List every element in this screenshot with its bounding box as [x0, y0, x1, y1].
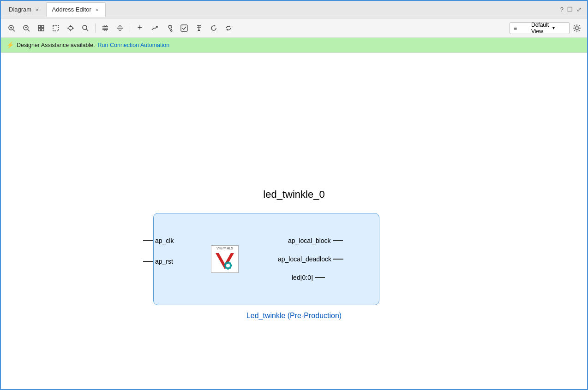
route-button[interactable]	[148, 22, 162, 35]
svg-point-17	[83, 25, 87, 30]
svg-line-18	[86, 29, 88, 31]
tab-address-editor[interactable]: Address Editor ×	[46, 2, 106, 17]
svg-rect-10	[42, 29, 44, 31]
validate-button[interactable]	[177, 22, 191, 35]
port-ap-local-block: ap_local_block	[288, 237, 343, 244]
svg-rect-8	[42, 25, 44, 28]
tab-diagram-close[interactable]: ×	[34, 6, 40, 13]
window-actions: ? ❐ ⤢	[560, 6, 585, 13]
crosshair-button[interactable]	[64, 22, 78, 35]
port-ap-clk-label: ap_clk	[153, 237, 174, 244]
diagram-canvas[interactable]: led_twinkle_0 Vitis™ HLS	[1, 53, 587, 389]
svg-rect-36	[224, 265, 226, 266]
zoom-out-icon	[23, 24, 30, 32]
crosshair-icon	[67, 24, 74, 32]
run-connection-automation-link[interactable]: Run Connection Automation	[98, 42, 170, 48]
hls-label: Vitis™ HLS	[212, 247, 237, 250]
port-ap-clk: ap_clk	[143, 237, 174, 244]
help-button[interactable]: ?	[560, 6, 564, 13]
collapse-icon	[102, 24, 109, 32]
disconnect-icon	[225, 24, 232, 32]
vitis-hls-logo	[213, 251, 236, 272]
zoom-in-button[interactable]	[5, 22, 18, 35]
svg-line-5	[28, 30, 30, 31]
tab-diagram[interactable]: Diagram ×	[3, 2, 46, 17]
svg-rect-9	[38, 29, 41, 31]
port-ap-rst: ap_rst	[143, 258, 173, 265]
port-ap-rst-line	[143, 261, 153, 262]
port-ap-local-block-label: ap_local_block	[288, 237, 333, 244]
expand-button[interactable]	[113, 22, 127, 35]
block-component[interactable]: Vitis™ HLS	[153, 213, 379, 305]
svg-point-29	[576, 27, 578, 30]
separator-1	[95, 24, 96, 33]
fit-button[interactable]	[34, 22, 48, 35]
port-ap-local-deadlock-label: ap_local_deadlock	[278, 255, 333, 263]
svg-rect-35	[228, 268, 229, 270]
pin-button[interactable]	[192, 22, 206, 35]
collapse-button[interactable]	[98, 22, 112, 35]
fit-icon	[37, 24, 45, 32]
tab-address-editor-label: Address Editor	[52, 6, 91, 13]
port-led: led[0:0]	[292, 274, 325, 281]
svg-rect-23	[181, 25, 187, 31]
tools-button[interactable]	[162, 22, 176, 35]
port-ap-local-deadlock: ap_local_deadlock	[278, 255, 343, 263]
validate-icon	[180, 24, 188, 32]
tab-diagram-label: Diagram	[9, 6, 31, 13]
main-window: Diagram × Address Editor × ? ❐ ⤢	[0, 0, 588, 390]
select-area-button[interactable]	[49, 22, 63, 35]
chevron-down-icon: ▾	[552, 25, 565, 30]
toolbar: +	[1, 18, 587, 38]
add-button[interactable]: +	[133, 22, 147, 35]
tab-bar: Diagram × Address Editor × ? ❐ ⤢	[1, 1, 587, 18]
settings-button[interactable]	[570, 22, 583, 35]
svg-rect-34	[228, 261, 229, 263]
search-icon	[82, 24, 89, 32]
pin-icon	[195, 24, 203, 32]
restore-button[interactable]: ❐	[567, 6, 573, 13]
refresh-icon	[210, 24, 217, 32]
gear-icon	[573, 24, 581, 32]
separator-2	[130, 24, 130, 33]
search-button[interactable]	[78, 22, 92, 35]
port-ap-local-deadlock-line	[333, 259, 343, 260]
svg-rect-37	[230, 265, 232, 266]
svg-rect-11	[53, 25, 59, 31]
select-area-icon	[52, 24, 60, 32]
block-name-label: led_twinkle_0	[263, 189, 324, 201]
block-subtitle-label[interactable]: Led_twinkle (Pre-Production)	[246, 312, 342, 320]
hls-icon-block: Vitis™ HLS	[211, 245, 239, 273]
svg-point-12	[69, 26, 72, 30]
designer-assistance-banner: ⚡ Designer Assistance available. Run Con…	[1, 38, 587, 53]
svg-point-33	[226, 264, 230, 267]
tab-address-editor-close[interactable]: ×	[94, 6, 100, 13]
svg-rect-7	[38, 25, 41, 28]
zoom-in-icon	[8, 24, 15, 32]
maximize-button[interactable]: ⤢	[576, 6, 582, 13]
banner-icon: ⚡	[6, 41, 14, 48]
port-ap-rst-label: ap_rst	[153, 258, 173, 265]
zoom-out-button[interactable]	[19, 22, 33, 35]
port-led-line	[315, 277, 325, 278]
banner-text: Designer Assistance available.	[17, 42, 95, 48]
view-dropdown[interactable]: ≡ Default View ▾	[510, 22, 570, 34]
svg-line-1	[13, 30, 15, 31]
view-dropdown-label: Default View	[531, 22, 549, 35]
expand-icon	[116, 24, 124, 32]
port-led-label: led[0:0]	[292, 274, 315, 281]
refresh-button[interactable]	[207, 22, 221, 35]
port-ap-clk-line	[143, 240, 153, 241]
wrench-icon	[166, 24, 173, 32]
disconnect-button[interactable]	[222, 22, 235, 35]
route-icon	[151, 24, 158, 32]
port-ap-local-block-line	[333, 240, 343, 241]
